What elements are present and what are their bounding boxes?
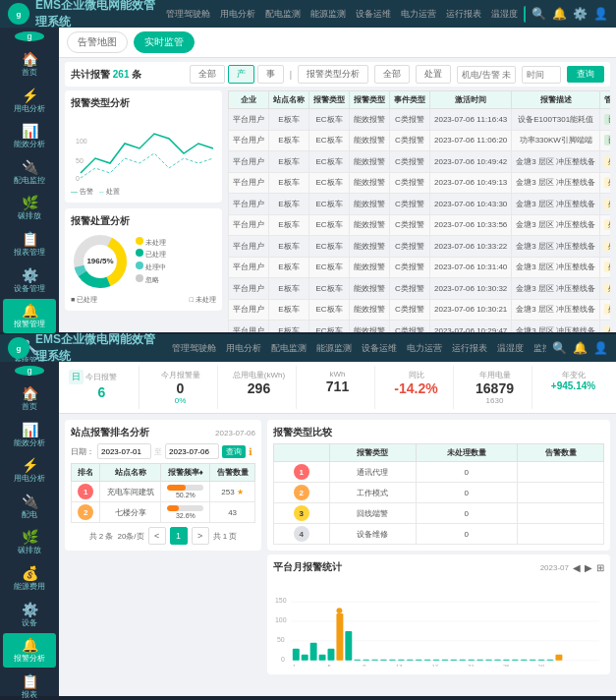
sidebar-item-dist[interactable]: 🔌 配电监控 — [3, 155, 56, 190]
bell-icon-2[interactable]: 🔔 — [573, 341, 588, 355]
sidebar2-elec-label: 用电分析 — [14, 474, 45, 484]
nav-item-5[interactable]: 设备运维 — [352, 6, 395, 23]
subtab-prod[interactable]: 产 — [228, 65, 254, 84]
search-button[interactable]: 查询 — [567, 66, 604, 83]
td-ent: 平台用户 — [229, 109, 269, 131]
nav2-2[interactable]: 用电分析 — [222, 340, 265, 357]
user-icon[interactable]: 👤 — [593, 7, 608, 21]
bar-day-1 — [293, 649, 300, 661]
filter-all[interactable]: 全部 — [374, 65, 410, 84]
legend-teal: 已处理 — [136, 249, 166, 262]
subtab-all[interactable]: 全部 — [190, 65, 225, 84]
nav2-5[interactable]: 设备运维 — [358, 340, 401, 357]
sidebar-item-carbon[interactable]: 🌿 碳排放 — [3, 191, 56, 225]
date-start-input[interactable] — [97, 443, 151, 459]
bar-prev-btn[interactable]: ◀ — [573, 562, 581, 573]
elec-month-val: 296 — [248, 380, 270, 396]
progress-fill-1 — [167, 485, 186, 491]
right-panel: 企业 站点名称 报警类型 报警类型 事件类型 激活时间 报警描述 管理状态 处理… — [228, 90, 610, 332]
nav2-8[interactable]: 温湿度 — [493, 340, 528, 357]
sidebar2-device[interactable]: ⚙️ 设备 — [3, 598, 56, 632]
date-end-input[interactable] — [165, 443, 219, 459]
nav-item-4[interactable]: 能源监测 — [307, 6, 350, 23]
nav2-6[interactable]: 电力运营 — [403, 340, 446, 357]
td-time: 2023-07-06 11:16:43 — [430, 109, 512, 131]
search-icon[interactable]: 🔍 — [532, 7, 546, 21]
table-row: 平台用户 E板车 EC板车 能效报警 C类报警 2023-07-06 11:16… — [229, 109, 611, 131]
main-content2: 日 今日报警 6 今月报警量 0 0% 总用电量(kWh) 296 — [59, 362, 616, 696]
search-input[interactable] — [457, 66, 516, 84]
stats-row: 日 今日报警 6 今月报警量 0 0% 总用电量(kWh) 296 — [59, 362, 616, 414]
subtab-event[interactable]: 事 — [257, 65, 284, 84]
rank-row-1: 1 充电车间建筑 50.2% 253 ★ — [72, 482, 255, 502]
sidebar-item-alarm[interactable]: 🔔 报警管理 — [3, 299, 56, 333]
sidebar-label-dist: 配电监控 — [14, 176, 45, 186]
nav2-4[interactable]: 能源监测 — [312, 340, 356, 357]
sidebar2-stats[interactable]: 📊 能效分析 — [3, 418, 56, 452]
info-icon: ℹ — [249, 446, 252, 457]
sidebar-item-device[interactable]: ⚙️ 设备管理 — [3, 263, 56, 298]
sidebar2-fee[interactable]: 💰 能源费用 — [3, 561, 56, 596]
nav2-3[interactable]: 配电监测 — [267, 340, 310, 357]
nav2-1[interactable]: 管理驾驶舱 — [168, 340, 220, 357]
nav-item-2[interactable]: 用电分析 — [216, 6, 259, 23]
app-title-2: EMS企业微电网能效管理系统 — [35, 331, 162, 365]
time-input[interactable] — [522, 66, 561, 84]
sidebar2-report[interactable]: 📋 报表 — [3, 670, 56, 700]
sidebar2-carbon[interactable]: 🌿 碳排放 — [3, 525, 56, 559]
alarm-rank-date: 2023-07-06 — [215, 429, 255, 438]
progress-bar-1 — [167, 485, 203, 491]
p2-cur[interactable]: 1 — [170, 527, 188, 545]
bar-day-7 — [345, 631, 352, 661]
alarm-rank-header: 站点报警排名分析 2023-07-06 — [71, 426, 255, 439]
total2-value: 711 — [305, 379, 370, 394]
th-site: 站点名称 — [269, 91, 309, 109]
nav-item-alarm[interactable]: 监控报警 — [524, 6, 526, 23]
alarm-table: 企业 站点名称 报警类型 报警类型 事件类型 激活时间 报警描述 管理状态 处理… — [228, 90, 610, 332]
chart-legend-1: — 告警 -- 处置 — [71, 187, 216, 197]
bar-expand-btn[interactable]: ⊞ — [596, 562, 604, 573]
grid-icon[interactable]: ⚙️ — [573, 7, 588, 21]
bar-day-21 — [468, 660, 475, 661]
filter-type[interactable]: 报警类型分析 — [298, 65, 368, 84]
nav-item-8[interactable]: 温湿度 — [487, 6, 522, 23]
sidebar2-alarm[interactable]: 🔔 报警分析 — [3, 633, 56, 668]
sidebar-item-eff[interactable]: 📊 能效分析 — [3, 119, 56, 153]
p2-next[interactable]: > — [192, 527, 209, 545]
bar-next-btn[interactable]: ▶ — [585, 562, 592, 573]
p2-prev[interactable]: < — [148, 527, 166, 545]
svg-text:1: 1 — [293, 664, 297, 667]
user-icon-2[interactable]: 👤 — [593, 341, 608, 355]
type-rank-table: 报警类型 未处理数量 告警数量 1 通讯代理 0 — [273, 443, 604, 545]
sidebar2-home[interactable]: 🏠 首页 — [3, 381, 56, 416]
sidebar-item-home[interactable]: 🏠 首页 — [3, 47, 56, 82]
nav2-9[interactable]: 监控报警 — [530, 340, 547, 357]
header-nav-2: 管理驾驶舱 用电分析 配电监测 能源监测 设备运维 电力运营 运行报表 温湿度 … — [168, 340, 547, 357]
sidebar-item-report[interactable]: 📋 报表管理 — [3, 227, 56, 262]
bar-chart-title: 平台月报警统计 — [273, 560, 342, 574]
site-name-1: 充电车间建筑 — [100, 482, 161, 502]
sidebar-item-elec[interactable]: ⚡ 用电分析 — [3, 84, 56, 118]
nav-item-3[interactable]: 配电监测 — [261, 6, 305, 23]
th-type: 报警类型 — [329, 444, 416, 462]
filter-handle[interactable]: 处置 — [416, 65, 451, 84]
stat-year: 年用电量 16879 1630 — [458, 366, 532, 409]
bar-day-14 — [407, 660, 414, 661]
tab-bar: 告警地图 实时监管 — [59, 28, 616, 58]
carbon-icon: 🌿 — [22, 195, 38, 210]
tab-map[interactable]: 告警地图 — [67, 31, 128, 53]
nav-item-1[interactable]: 管理驾驶舱 — [162, 6, 214, 23]
tab-realtime[interactable]: 实时监管 — [134, 31, 195, 53]
date-query-btn[interactable]: 查询 — [222, 445, 246, 458]
type-rank-3: 3 — [294, 505, 309, 521]
sidebar2-elec[interactable]: ⚡ 用电分析 — [3, 453, 56, 488]
nav-item-7[interactable]: 运行报表 — [442, 6, 485, 23]
nav2-7[interactable]: 运行报表 — [448, 340, 491, 357]
search-icon-2[interactable]: 🔍 — [552, 341, 567, 355]
sidebar-label-device: 设备管理 — [14, 284, 45, 294]
bar-day-19 — [450, 660, 457, 661]
sidebar2-report-label: 报表 — [22, 690, 37, 700]
sidebar2-dist[interactable]: 🔌 配电 — [3, 490, 56, 524]
bell-icon[interactable]: 🔔 — [552, 7, 567, 21]
nav-item-6[interactable]: 电力运营 — [397, 6, 440, 23]
